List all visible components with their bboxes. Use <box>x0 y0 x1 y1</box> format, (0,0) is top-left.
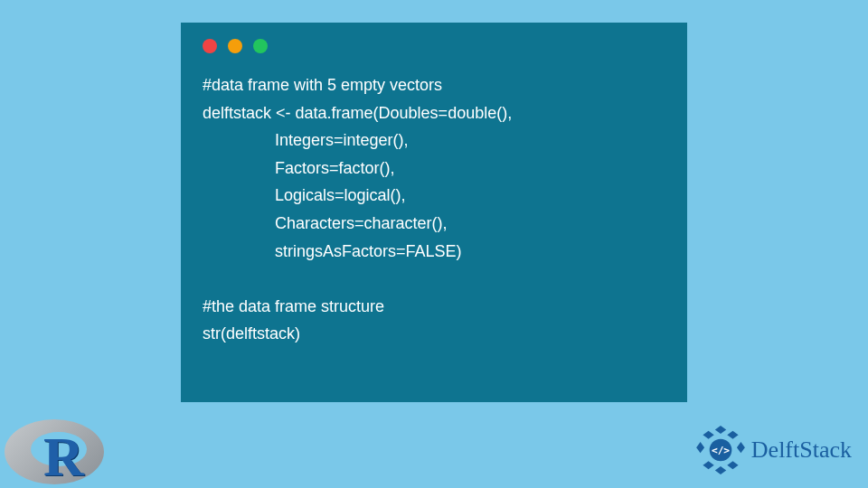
minimize-icon <box>228 39 242 53</box>
svg-marker-7 <box>703 431 713 439</box>
svg-marker-5 <box>703 461 713 469</box>
code-line: stringsAsFactors=FALSE) <box>203 242 462 260</box>
code-content: #data frame with 5 empty vectors delftst… <box>203 71 665 348</box>
svg-text:</>: </> <box>712 445 730 456</box>
code-line: Factors=factor(), <box>203 159 395 177</box>
svg-marker-4 <box>715 466 726 474</box>
svg-marker-0 <box>715 426 726 434</box>
code-line: #the data frame structure <box>203 297 384 315</box>
r-logo-letter: R <box>43 425 84 488</box>
svg-marker-6 <box>696 442 704 453</box>
code-line: Logicals=logical(), <box>203 186 406 204</box>
code-line: str(delftstack) <box>203 324 300 343</box>
delftstack-label: DelftStack <box>751 436 852 464</box>
code-line: #data frame with 5 empty vectors <box>203 76 442 94</box>
code-line: Integers=integer(), <box>203 131 409 149</box>
window-traffic-lights <box>203 39 665 53</box>
svg-marker-3 <box>727 461 738 469</box>
svg-marker-1 <box>727 431 738 439</box>
delftstack-logo: </> DelftStack <box>695 425 852 475</box>
code-line: Characters=character(), <box>203 214 448 232</box>
delftstack-icon: </> <box>695 425 746 475</box>
r-language-logo: R <box>0 412 108 488</box>
svg-marker-2 <box>737 442 745 453</box>
close-icon <box>203 39 217 53</box>
maximize-icon <box>253 39 268 53</box>
code-window: #data frame with 5 empty vectors delftst… <box>181 23 687 402</box>
code-line: delftstack <- data.frame(Doubles=double(… <box>203 104 512 122</box>
